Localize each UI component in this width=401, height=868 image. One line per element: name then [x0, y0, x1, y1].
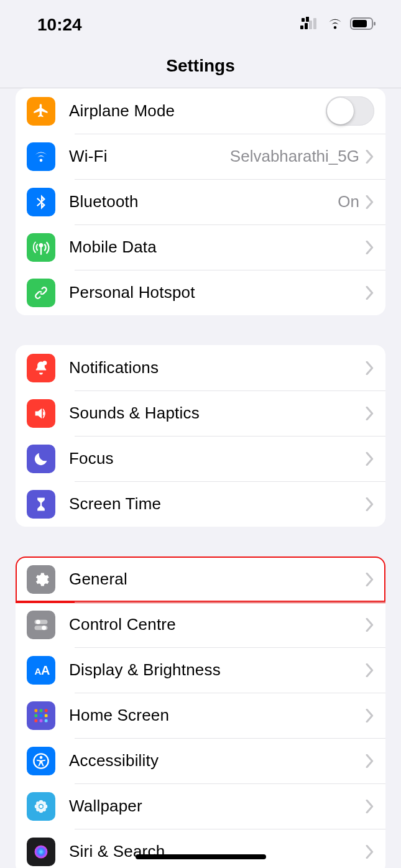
row-label: Accessibility: [69, 751, 366, 770]
battery-status-icon: [350, 17, 376, 33]
svg-text:A: A: [35, 666, 42, 676]
row-label: Airplane Mode: [69, 101, 326, 121]
row-detail: Selvabharathi_5G: [230, 147, 359, 166]
svg-point-34: [36, 807, 40, 811]
svg-rect-19: [35, 714, 38, 717]
chevron-right-icon: [366, 286, 374, 300]
chevron-right-icon: [366, 800, 374, 813]
svg-point-9: [42, 361, 47, 365]
header: Settings: [0, 44, 401, 88]
row-detail: On: [338, 192, 359, 211]
svg-point-11: [36, 619, 40, 624]
accessibility-icon: [27, 747, 55, 775]
svg-rect-23: [40, 719, 43, 722]
page-title: Settings: [166, 56, 234, 76]
settings-group: NotificationsSounds & HapticsFocusScreen…: [16, 345, 385, 527]
link-icon: [27, 279, 55, 307]
row-label: Wi-Fi: [69, 147, 230, 166]
row-general[interactable]: General: [16, 556, 385, 602]
svg-rect-3: [313, 18, 316, 29]
hourglass-icon: [27, 490, 55, 519]
row-home-screen[interactable]: Home Screen: [16, 693, 385, 738]
row-label: Mobile Data: [69, 238, 366, 257]
wifi-icon: [27, 142, 55, 171]
svg-point-33: [42, 801, 46, 805]
textsize-icon: AA: [27, 656, 55, 685]
row-label: Control Centre: [69, 615, 366, 634]
row-label: Bluetooth: [69, 192, 338, 211]
row-control-centre[interactable]: Control Centre: [16, 602, 385, 647]
row-label: Screen Time: [69, 494, 366, 514]
row-label: Display & Brightness: [69, 660, 366, 680]
svg-rect-21: [45, 714, 48, 717]
row-display-brightness[interactable]: AADisplay & Brightness: [16, 647, 385, 693]
row-wallpaper[interactable]: Wallpaper: [16, 783, 385, 829]
svg-point-26: [40, 755, 43, 759]
row-mobile-data[interactable]: Mobile Data: [16, 224, 385, 270]
apps-icon: [27, 701, 55, 730]
chevron-right-icon: [366, 241, 374, 254]
status-bar: 10:24: [0, 6, 401, 44]
chevron-right-icon: [366, 663, 374, 677]
chevron-right-icon: [366, 195, 374, 209]
row-label: Personal Hotspot: [69, 283, 366, 302]
row-personal-hotspot[interactable]: Personal Hotspot: [16, 270, 385, 315]
row-siri-search[interactable]: Siri & Search: [16, 829, 385, 868]
chevron-right-icon: [366, 407, 374, 420]
svg-rect-7: [353, 20, 367, 27]
svg-rect-2: [309, 21, 312, 29]
svg-rect-1: [305, 23, 308, 29]
row-wifi[interactable]: Wi-FiSelvabharathi_5G: [16, 134, 385, 179]
row-notifications[interactable]: Notifications: [16, 345, 385, 390]
svg-rect-17: [40, 709, 43, 712]
switches-icon: [27, 611, 55, 639]
row-sounds-haptics[interactable]: Sounds & Haptics: [16, 390, 385, 436]
svg-point-32: [36, 801, 40, 805]
speaker-icon: [27, 399, 55, 428]
row-focus[interactable]: Focus: [16, 436, 385, 481]
svg-point-36: [35, 845, 48, 858]
chevron-right-icon: [366, 361, 374, 375]
svg-rect-22: [35, 719, 38, 722]
svg-rect-8: [374, 22, 376, 25]
airplane-mode-toggle[interactable]: [326, 96, 374, 126]
row-label: Notifications: [69, 358, 366, 377]
svg-rect-0: [300, 25, 303, 29]
settings-group: Airplane ModeWi-FiSelvabharathi_5GBlueto…: [16, 88, 385, 315]
home-indicator[interactable]: [136, 854, 266, 859]
svg-rect-20: [40, 714, 43, 717]
row-screen-time[interactable]: Screen Time: [16, 481, 385, 527]
svg-rect-18: [45, 709, 48, 712]
antenna-icon: [27, 233, 55, 262]
siri-icon: [27, 838, 55, 866]
row-bluetooth[interactable]: BluetoothOn: [16, 179, 385, 224]
flower-icon: [27, 792, 55, 821]
status-icons: [300, 17, 376, 33]
row-accessibility[interactable]: Accessibility: [16, 738, 385, 783]
settings-group: GeneralControl CentreAADisplay & Brightn…: [16, 556, 385, 868]
wifi-status-icon: [326, 17, 344, 33]
svg-point-27: [39, 805, 42, 808]
svg-rect-4: [302, 18, 305, 22]
chevron-right-icon: [366, 709, 374, 723]
svg-point-13: [42, 626, 46, 630]
chevron-right-icon: [366, 754, 374, 768]
chevron-right-icon: [366, 845, 374, 859]
svg-rect-5: [306, 17, 309, 22]
gear-icon: [27, 565, 55, 594]
row-label: General: [69, 570, 366, 589]
svg-point-35: [42, 807, 46, 811]
bluetooth-icon: [27, 188, 55, 216]
chevron-right-icon: [366, 452, 374, 466]
row-label: Focus: [69, 449, 366, 468]
svg-rect-24: [45, 719, 48, 722]
row-label: Sounds & Haptics: [69, 404, 366, 423]
row-label: Home Screen: [69, 706, 366, 725]
status-time: 10:24: [37, 15, 82, 35]
dual-sim-signal-icon: [300, 17, 320, 33]
svg-text:A: A: [41, 663, 50, 677]
settings-list[interactable]: Airplane ModeWi-FiSelvabharathi_5GBlueto…: [0, 88, 401, 868]
bell-icon: [27, 354, 55, 382]
chevron-right-icon: [366, 573, 374, 586]
row-airplane-mode[interactable]: Airplane Mode: [16, 88, 385, 134]
